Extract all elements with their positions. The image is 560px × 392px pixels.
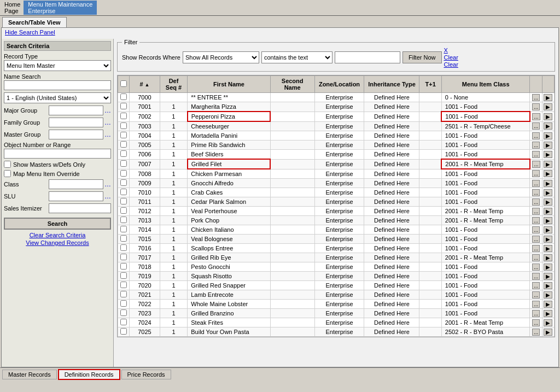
row-arrow-button[interactable]: ▶ — [544, 245, 552, 252]
table-row[interactable]: 70081Chicken ParmesanEnterpriseDefined H… — [118, 169, 555, 179]
row-checkbox[interactable] — [120, 244, 127, 251]
filter-clear-link2[interactable]: Clear — [444, 61, 458, 68]
table-row[interactable]: 70031CheeseburgerEnterpriseDefined Here2… — [118, 121, 555, 131]
table-row[interactable]: 7000** ENTREE **EnterpriseDefined Here0 … — [118, 93, 555, 102]
row-checkbox[interactable] — [120, 272, 127, 279]
row-arrow-button[interactable]: ▶ — [544, 301, 552, 308]
master-group-link[interactable]: … — [104, 131, 111, 138]
table-row[interactable]: 70101Crab CakesEnterpriseDefined Here100… — [118, 188, 555, 197]
row-dots-button[interactable]: ... — [532, 310, 540, 317]
row-arrow-button[interactable]: ▶ — [544, 208, 552, 215]
nav-home[interactable]: HomePage — [1, 1, 24, 15]
row-dots-button[interactable]: ... — [532, 301, 540, 308]
slu-input[interactable] — [49, 191, 103, 201]
col-header-firstname[interactable]: First Name — [188, 76, 271, 93]
row-checkbox[interactable] — [120, 282, 127, 288]
row-dots-button[interactable]: ... — [532, 142, 540, 149]
row-dots-button[interactable]: ... — [532, 94, 540, 101]
row-checkbox[interactable] — [120, 319, 127, 325]
row-checkbox[interactable] — [120, 254, 127, 260]
col-header-seq[interactable]: DefSeq # — [160, 76, 188, 93]
row-arrow-button[interactable]: ▶ — [544, 151, 552, 158]
table-row[interactable]: 70051Prime Rib SandwichEnterpriseDefined… — [118, 141, 555, 150]
tab-master-records[interactable]: Master Records — [2, 370, 57, 379]
row-checkbox[interactable] — [120, 207, 127, 214]
row-arrow-button[interactable]: ▶ — [544, 264, 552, 271]
col-header-secondname[interactable]: SecondName — [270, 76, 314, 93]
table-row[interactable]: 70131Pork ChopEnterpriseDefined Here2001… — [118, 216, 555, 225]
row-dots-button[interactable]: ... — [532, 103, 540, 110]
row-dots-button[interactable]: ... — [532, 226, 540, 233]
col-header-t1[interactable]: T+1 — [419, 76, 441, 93]
name-search-input[interactable] — [4, 80, 111, 90]
map-menu-checkbox[interactable] — [4, 170, 11, 177]
object-number-input[interactable] — [4, 149, 111, 159]
row-dots-button[interactable]: ... — [532, 236, 540, 243]
row-dots-button[interactable]: ... — [532, 282, 540, 289]
table-row[interactable]: 70241Steak FritesEnterpriseDefined Here2… — [118, 318, 555, 327]
col-header-zone[interactable]: Zone/Location — [314, 76, 364, 93]
row-arrow-button[interactable]: ▶ — [544, 226, 552, 233]
row-dots-button[interactable]: ... — [532, 264, 540, 271]
row-arrow-button[interactable]: ▶ — [544, 122, 552, 130]
sales-itemizer-input[interactable] — [49, 203, 111, 213]
row-dots-button[interactable]: ... — [532, 170, 540, 177]
row-checkbox[interactable] — [120, 150, 127, 157]
row-dots-button[interactable]: ... — [532, 208, 540, 215]
row-arrow-button[interactable]: ▶ — [544, 103, 552, 110]
row-dots-button[interactable]: ... — [532, 273, 540, 280]
filter-now-button[interactable]: Filter Now — [402, 51, 442, 63]
row-checkbox[interactable] — [120, 226, 127, 232]
table-row[interactable]: 70061Beef SlidersEnterpriseDefined Here1… — [118, 150, 555, 160]
view-changed-link[interactable]: View Changed Records — [4, 239, 111, 246]
table-row[interactable]: 70181Pesto GnocchiEnterpriseDefined Here… — [118, 262, 555, 272]
row-arrow-button[interactable]: ▶ — [544, 329, 552, 336]
filter-text-input[interactable] — [335, 51, 400, 63]
show-masters-checkbox[interactable] — [4, 161, 11, 168]
row-arrow-button[interactable]: ▶ — [544, 142, 552, 149]
row-dots-button[interactable]: ... — [532, 180, 540, 187]
row-checkbox[interactable] — [120, 122, 127, 129]
row-checkbox[interactable] — [120, 170, 127, 177]
nav-title[interactable]: Menu Item MaintenanceEnterprise — [24, 1, 97, 15]
slu-link[interactable]: … — [104, 192, 111, 200]
row-checkbox[interactable] — [120, 217, 127, 223]
row-checkbox[interactable] — [120, 198, 127, 204]
hide-panel-link[interactable]: Hide Search Panel — [2, 28, 558, 37]
table-row[interactable]: 70141Chicken ItalianoEnterpriseDefined H… — [118, 225, 555, 235]
row-dots-button[interactable]: ... — [532, 161, 540, 168]
row-checkbox[interactable] — [120, 132, 127, 138]
filter-condition-select[interactable]: contains the text equals starts with end… — [261, 51, 332, 63]
row-arrow-button[interactable]: ▶ — [544, 236, 552, 243]
table-container[interactable]: # ▲ DefSeq # First Name SecondName Zone/… — [117, 75, 555, 337]
table-row[interactable]: 70171Grilled Rib EyeEnterpriseDefined He… — [118, 253, 555, 262]
table-row[interactable]: 70161Scallops EntreeEnterpriseDefined He… — [118, 244, 555, 253]
row-dots-button[interactable]: ... — [532, 217, 540, 224]
table-row[interactable]: 70041Mortadella PaniniEnterpriseDefined … — [118, 131, 555, 141]
record-type-select[interactable]: Menu Item Master — [4, 60, 111, 71]
row-checkbox[interactable] — [120, 263, 127, 270]
row-checkbox[interactable] — [120, 141, 127, 148]
row-arrow-button[interactable]: ▶ — [544, 319, 552, 326]
language-select[interactable]: 1 - English (United States) — [4, 92, 111, 103]
clear-search-link[interactable]: Clear Search Criteria — [4, 232, 111, 238]
row-checkbox[interactable] — [120, 93, 127, 100]
col-header-checkbox[interactable] — [118, 76, 130, 93]
row-dots-button[interactable]: ... — [532, 245, 540, 252]
table-row[interactable]: 70011Margherita PizzaEnterpriseDefined H… — [118, 102, 555, 112]
select-all-checkbox[interactable] — [120, 80, 127, 87]
table-row[interactable]: 70121Veal PorterhouseEnterpriseDefined H… — [118, 207, 555, 216]
major-group-link[interactable]: … — [104, 107, 111, 114]
row-checkbox[interactable] — [120, 300, 127, 307]
row-arrow-button[interactable]: ▶ — [544, 180, 552, 187]
table-row[interactable]: 70211Lamb EntrecoteEnterpriseDefined Her… — [118, 290, 555, 300]
table-row[interactable]: 70091Gnocchi AlfredoEnterpriseDefined He… — [118, 179, 555, 188]
row-checkbox[interactable] — [120, 160, 127, 167]
row-checkbox[interactable] — [120, 103, 127, 109]
family-group-input[interactable] — [49, 118, 103, 127]
col-header-class[interactable]: Menu Item Class — [441, 76, 530, 93]
table-row[interactable]: 70251Build Your Own PastaEnterpriseDefin… — [118, 327, 555, 337]
row-arrow-button[interactable]: ▶ — [544, 254, 552, 261]
table-row[interactable]: 70111Cedar Plank SalmonEnterpriseDefined… — [118, 197, 555, 207]
table-row[interactable]: 70021Pepperoni PizzaEnterpriseDefined He… — [118, 112, 555, 121]
